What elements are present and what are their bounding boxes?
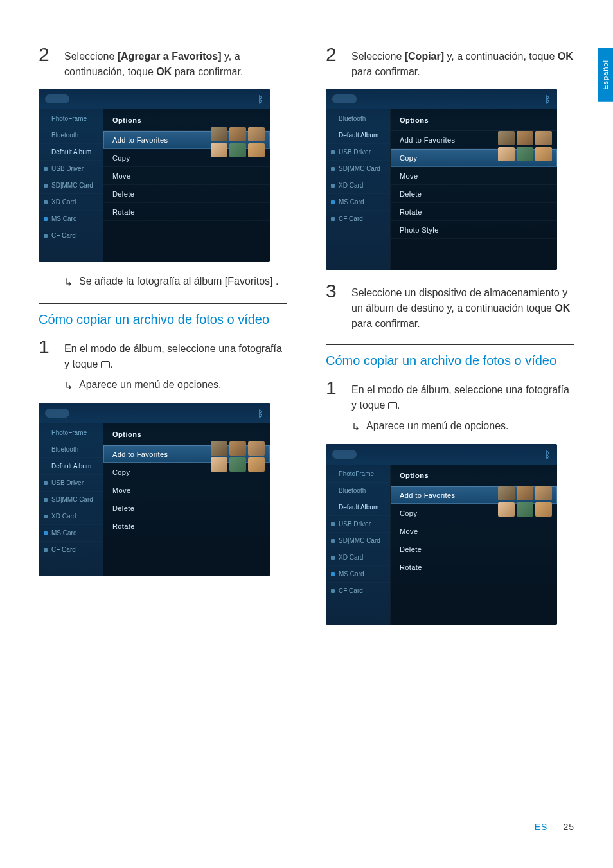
text: Aparece un menú de opciones.: [79, 377, 221, 394]
page-footer: ES 25: [535, 822, 574, 832]
sidebar-item-label: USB Driver: [51, 479, 84, 486]
sidebar-item-label: CF Card: [51, 546, 76, 553]
device-screenshot-add-favorites: ᛒ PhotoFrame Bluetooth Default Album USB…: [39, 89, 270, 262]
battery-icon: [45, 409, 69, 418]
battery-icon: [332, 450, 357, 459]
right-step-3: 3 Seleccione un dispositivo de almacenam…: [326, 281, 574, 332]
sidebar-item-label: XD Card: [339, 182, 363, 189]
text: para confirmar.: [351, 66, 420, 77]
ok-label: OK: [156, 66, 172, 77]
right-step-1: 1 En el modo de álbum, seleccione una fo…: [326, 378, 574, 413]
sidebar-item-label: PhotoFrame: [339, 470, 374, 477]
text: .: [397, 400, 400, 411]
section-divider: [39, 303, 287, 304]
step-text: Seleccione [Copiar] y, a continuación, t…: [351, 45, 574, 80]
option-rotate[interactable]: Rotate: [103, 203, 270, 221]
left-step-1: 1 En el modo de álbum, seleccione una fo…: [39, 337, 287, 372]
sidebar-item-label: PhotoFrame: [51, 115, 87, 122]
footer-lang: ES: [535, 822, 548, 832]
photo-thumbnails: [211, 127, 266, 157]
option-move[interactable]: Move: [391, 167, 557, 185]
menu-icon: [388, 402, 397, 409]
options-panel-title: Options: [391, 109, 557, 131]
sidebar-item-label: Default Album: [339, 132, 378, 139]
ok-label: OK: [555, 303, 570, 314]
sidebar-item-label: XD Card: [51, 199, 76, 206]
sidebar-item-label: Default Album: [339, 504, 378, 511]
photo-thumbnails: [498, 131, 553, 161]
bluetooth-icon: ᛒ: [258, 408, 263, 419]
device-screenshot-add-favorites: ᛒ PhotoFrame Bluetooth Default Album USB…: [39, 403, 270, 576]
sidebar-item-label: USB Driver: [51, 165, 84, 172]
step-number: 1: [326, 378, 340, 413]
device-sidebar: PhotoFrame Bluetooth Default Album USB D…: [39, 109, 103, 262]
left-column: 2 Seleccione [Agregar a Favoritos] y, a …: [39, 45, 287, 637]
text: y, a continuación, toque: [444, 51, 558, 62]
sidebar-item-label: XD Card: [51, 513, 76, 520]
sidebar-item-label: CF Card: [339, 587, 363, 594]
sidebar-item-label: Default Album: [51, 463, 91, 470]
step-text: Seleccione un dispositivo de almacenamie…: [351, 281, 574, 332]
step-text: Seleccione [Agregar a Favoritos] y, a co…: [64, 45, 287, 80]
option-move[interactable]: Move: [391, 522, 557, 540]
sidebar-item-label: Bluetooth: [339, 115, 366, 122]
result-text: ↳ Aparece un menú de opciones.: [351, 418, 574, 435]
result-arrow-icon: ↳: [64, 378, 73, 394]
option-move[interactable]: Move: [103, 167, 270, 185]
device-screenshot-add-favorites: ᛒ PhotoFrame Bluetooth Default Album USB…: [326, 444, 557, 625]
sidebar-item-label: PhotoFrame: [51, 429, 87, 436]
section-heading-copy: Cómo copiar un archivo de fotos o vídeo: [39, 310, 287, 328]
photo-thumbnails: [498, 486, 553, 517]
option-delete[interactable]: Delete: [391, 540, 557, 558]
result-arrow-icon: ↳: [351, 420, 360, 435]
option-name: [Copiar]: [405, 51, 444, 62]
photo-thumbnails: [211, 441, 266, 472]
sidebar-item-label: Default Album: [51, 148, 91, 155]
step-text: En el modo de álbum, seleccione una foto…: [351, 378, 574, 413]
step-number: 2: [326, 45, 340, 80]
option-photo-style[interactable]: Photo Style: [391, 221, 557, 239]
device-screenshot-copy: ᛒ Bluetooth Default Album USB Driver SD|…: [326, 89, 557, 270]
option-rotate[interactable]: Rotate: [103, 517, 270, 535]
text: Seleccione un dispositivo de almacenamie…: [351, 287, 567, 314]
option-delete[interactable]: Delete: [103, 499, 270, 517]
footer-page-number: 25: [563, 822, 574, 832]
sidebar-item-label: CF Card: [51, 232, 76, 239]
option-move[interactable]: Move: [103, 481, 270, 499]
text: para confirmar.: [172, 66, 243, 77]
sidebar-item-label: SD|MMC Card: [339, 537, 380, 544]
bluetooth-icon: ᛒ: [258, 94, 263, 105]
left-step-2: 2 Seleccione [Agregar a Favoritos] y, a …: [39, 45, 287, 80]
options-panel-title: Options: [391, 465, 557, 486]
battery-icon: [45, 94, 69, 103]
text: En el modo de álbum, seleccione una foto…: [351, 384, 569, 411]
text: Aparece un menú de opciones.: [366, 418, 508, 435]
sidebar-item-label: MS Card: [339, 199, 364, 206]
option-delete[interactable]: Delete: [103, 185, 270, 203]
language-tab: Español: [598, 48, 613, 102]
sidebar-item-label: SD|MMC Card: [51, 496, 93, 503]
option-name: [Favoritos]: [225, 276, 273, 287]
text: En el modo de álbum, seleccione una foto…: [64, 343, 282, 369]
text: Se añade la fotografía al álbum: [79, 276, 225, 287]
result-arrow-icon: ↳: [64, 275, 73, 290]
sidebar-item-label: MS Card: [51, 529, 76, 536]
sidebar-item-label: Bluetooth: [51, 446, 78, 453]
option-rotate[interactable]: Rotate: [391, 203, 557, 221]
step-number: 3: [326, 281, 340, 332]
step-text: En el modo de álbum, seleccione una foto…: [64, 337, 287, 372]
device-sidebar: PhotoFrame Bluetooth Default Album USB D…: [39, 423, 103, 576]
sidebar-item-label: SD|MMC Card: [51, 182, 93, 189]
section-divider: [326, 344, 574, 345]
option-rotate[interactable]: Rotate: [391, 558, 557, 576]
text: Seleccione: [351, 51, 405, 62]
sidebar-item-label: USB Driver: [339, 520, 371, 527]
step-number: 1: [39, 337, 53, 372]
device-sidebar: PhotoFrame Bluetooth Default Album USB D…: [326, 465, 390, 625]
sidebar-item-label: Bluetooth: [339, 487, 366, 494]
option-delete[interactable]: Delete: [391, 185, 557, 203]
right-column: 2 Seleccione [Copiar] y, a continuación,…: [326, 45, 574, 637]
text: Seleccione: [64, 51, 118, 62]
sidebar-item-label: XD Card: [339, 554, 363, 561]
sidebar-item-label: USB Driver: [339, 148, 371, 155]
